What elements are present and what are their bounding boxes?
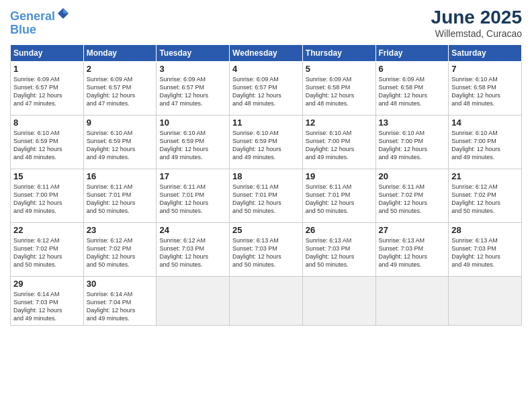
logo-icon bbox=[56, 7, 70, 20]
table-row bbox=[230, 277, 303, 326]
location-subtitle: Willemstad, Curacao bbox=[431, 28, 522, 39]
month-title: June 2025 bbox=[431, 7, 522, 28]
day-number: 13 bbox=[379, 118, 446, 128]
day-number: 26 bbox=[306, 225, 373, 235]
day-info: Sunrise: 6:11 AMSunset: 7:01 PMDaylight:… bbox=[159, 183, 226, 216]
day-number: 3 bbox=[159, 64, 226, 74]
day-number: 20 bbox=[379, 171, 446, 181]
col-monday: Monday bbox=[83, 45, 157, 62]
day-info: Sunrise: 6:10 AMSunset: 6:59 PMDaylight:… bbox=[13, 129, 81, 162]
day-info: Sunrise: 6:12 AMSunset: 7:03 PMDaylight:… bbox=[159, 236, 226, 269]
day-info: Sunrise: 6:11 AMSunset: 7:00 PMDaylight:… bbox=[13, 183, 81, 216]
day-info: Sunrise: 6:10 AMSunset: 6:59 PMDaylight:… bbox=[87, 129, 154, 162]
table-row: 13Sunrise: 6:10 AMSunset: 7:00 PMDayligh… bbox=[375, 116, 449, 169]
day-number: 1 bbox=[13, 64, 81, 74]
day-info: Sunrise: 6:09 AMSunset: 6:57 PMDaylight:… bbox=[87, 75, 154, 108]
table-row bbox=[449, 277, 522, 326]
table-row: 29Sunrise: 6:14 AMSunset: 7:03 PMDayligh… bbox=[11, 277, 84, 326]
table-row: 27Sunrise: 6:13 AMSunset: 7:03 PMDayligh… bbox=[375, 223, 449, 277]
table-row: 14Sunrise: 6:10 AMSunset: 7:00 PMDayligh… bbox=[449, 116, 522, 169]
day-info: Sunrise: 6:10 AMSunset: 6:58 PMDaylight:… bbox=[451, 75, 519, 108]
day-info: Sunrise: 6:11 AMSunset: 7:01 PMDaylight:… bbox=[306, 183, 373, 216]
col-wednesday: Wednesday bbox=[230, 45, 303, 62]
logo-text: General bbox=[10, 7, 70, 24]
logo-blue: Blue bbox=[10, 24, 70, 37]
day-number: 11 bbox=[232, 118, 300, 128]
table-row: 6Sunrise: 6:09 AMSunset: 6:58 PMDaylight… bbox=[375, 62, 449, 116]
table-row: 28Sunrise: 6:13 AMSunset: 7:03 PMDayligh… bbox=[449, 223, 522, 277]
table-row: 21Sunrise: 6:12 AMSunset: 7:02 PMDayligh… bbox=[449, 169, 522, 223]
table-row: 24Sunrise: 6:12 AMSunset: 7:03 PMDayligh… bbox=[157, 223, 230, 277]
day-info: Sunrise: 6:13 AMSunset: 7:03 PMDaylight:… bbox=[306, 236, 373, 269]
day-info: Sunrise: 6:13 AMSunset: 7:03 PMDaylight:… bbox=[451, 236, 519, 269]
day-number: 10 bbox=[159, 118, 226, 128]
day-info: Sunrise: 6:10 AMSunset: 7:00 PMDaylight:… bbox=[451, 129, 519, 162]
table-row bbox=[302, 277, 375, 326]
title-block: June 2025 Willemstad, Curacao bbox=[431, 7, 522, 39]
day-info: Sunrise: 6:09 AMSunset: 6:57 PMDaylight:… bbox=[13, 75, 81, 108]
day-number: 27 bbox=[379, 225, 446, 235]
page: General Blue June 2025 Willemstad, Curac… bbox=[0, 0, 532, 411]
day-number: 24 bbox=[159, 225, 226, 235]
day-info: Sunrise: 6:12 AMSunset: 7:02 PMDaylight:… bbox=[13, 236, 81, 269]
table-row: 11Sunrise: 6:10 AMSunset: 6:59 PMDayligh… bbox=[230, 116, 303, 169]
table-row: 1Sunrise: 6:09 AMSunset: 6:57 PMDaylight… bbox=[11, 62, 84, 116]
day-number: 15 bbox=[13, 171, 81, 181]
day-info: Sunrise: 6:09 AMSunset: 6:57 PMDaylight:… bbox=[159, 75, 226, 108]
logo: General Blue bbox=[10, 7, 70, 37]
day-number: 23 bbox=[87, 225, 154, 235]
col-friday: Friday bbox=[375, 45, 449, 62]
day-number: 25 bbox=[232, 225, 300, 235]
day-info: Sunrise: 6:10 AMSunset: 6:59 PMDaylight:… bbox=[232, 129, 300, 162]
table-row: 26Sunrise: 6:13 AMSunset: 7:03 PMDayligh… bbox=[302, 223, 375, 277]
day-number: 29 bbox=[13, 279, 81, 289]
day-number: 5 bbox=[306, 64, 373, 74]
day-number: 30 bbox=[87, 279, 154, 289]
day-number: 17 bbox=[159, 171, 226, 181]
day-number: 14 bbox=[451, 118, 519, 128]
day-info: Sunrise: 6:14 AMSunset: 7:04 PMDaylight:… bbox=[87, 290, 154, 323]
table-row: 2Sunrise: 6:09 AMSunset: 6:57 PMDaylight… bbox=[83, 62, 157, 116]
table-row: 10Sunrise: 6:10 AMSunset: 6:59 PMDayligh… bbox=[157, 116, 230, 169]
day-info: Sunrise: 6:10 AMSunset: 7:00 PMDaylight:… bbox=[379, 129, 446, 162]
day-number: 28 bbox=[451, 225, 519, 235]
day-number: 16 bbox=[87, 171, 154, 181]
table-row: 15Sunrise: 6:11 AMSunset: 7:00 PMDayligh… bbox=[11, 169, 84, 223]
day-info: Sunrise: 6:11 AMSunset: 7:01 PMDaylight:… bbox=[87, 183, 154, 216]
day-number: 9 bbox=[87, 118, 154, 128]
table-row: 3Sunrise: 6:09 AMSunset: 6:57 PMDaylight… bbox=[157, 62, 230, 116]
day-number: 12 bbox=[306, 118, 373, 128]
day-info: Sunrise: 6:12 AMSunset: 7:02 PMDaylight:… bbox=[87, 236, 154, 269]
col-thursday: Thursday bbox=[302, 45, 375, 62]
table-row: 5Sunrise: 6:09 AMSunset: 6:58 PMDaylight… bbox=[302, 62, 375, 116]
table-row: 25Sunrise: 6:13 AMSunset: 7:03 PMDayligh… bbox=[230, 223, 303, 277]
day-info: Sunrise: 6:13 AMSunset: 7:03 PMDaylight:… bbox=[379, 236, 446, 269]
header: General Blue June 2025 Willemstad, Curac… bbox=[10, 7, 522, 39]
day-info: Sunrise: 6:09 AMSunset: 6:57 PMDaylight:… bbox=[232, 75, 300, 108]
calendar-header-row: Sunday Monday Tuesday Wednesday Thursday… bbox=[11, 45, 522, 62]
table-row: 18Sunrise: 6:11 AMSunset: 7:01 PMDayligh… bbox=[230, 169, 303, 223]
day-number: 4 bbox=[232, 64, 300, 74]
table-row: 20Sunrise: 6:11 AMSunset: 7:02 PMDayligh… bbox=[375, 169, 449, 223]
table-row: 30Sunrise: 6:14 AMSunset: 7:04 PMDayligh… bbox=[83, 277, 157, 326]
day-number: 7 bbox=[451, 64, 519, 74]
table-row: 9Sunrise: 6:10 AMSunset: 6:59 PMDaylight… bbox=[83, 116, 157, 169]
table-row: 8Sunrise: 6:10 AMSunset: 6:59 PMDaylight… bbox=[11, 116, 84, 169]
col-saturday: Saturday bbox=[449, 45, 522, 62]
day-info: Sunrise: 6:14 AMSunset: 7:03 PMDaylight:… bbox=[13, 290, 81, 323]
day-info: Sunrise: 6:10 AMSunset: 7:00 PMDaylight:… bbox=[306, 129, 373, 162]
table-row: 19Sunrise: 6:11 AMSunset: 7:01 PMDayligh… bbox=[302, 169, 375, 223]
table-row: 7Sunrise: 6:10 AMSunset: 6:58 PMDaylight… bbox=[449, 62, 522, 116]
day-number: 18 bbox=[232, 171, 300, 181]
day-number: 21 bbox=[451, 171, 519, 181]
day-info: Sunrise: 6:12 AMSunset: 7:02 PMDaylight:… bbox=[451, 183, 519, 216]
day-number: 8 bbox=[13, 118, 81, 128]
table-row: 22Sunrise: 6:12 AMSunset: 7:02 PMDayligh… bbox=[11, 223, 84, 277]
logo-general: General bbox=[10, 9, 55, 23]
day-info: Sunrise: 6:10 AMSunset: 6:59 PMDaylight:… bbox=[159, 129, 226, 162]
day-number: 19 bbox=[306, 171, 373, 181]
table-row: 17Sunrise: 6:11 AMSunset: 7:01 PMDayligh… bbox=[157, 169, 230, 223]
table-row: 16Sunrise: 6:11 AMSunset: 7:01 PMDayligh… bbox=[83, 169, 157, 223]
calendar-table: Sunday Monday Tuesday Wednesday Thursday… bbox=[10, 44, 522, 326]
table-row bbox=[375, 277, 449, 326]
